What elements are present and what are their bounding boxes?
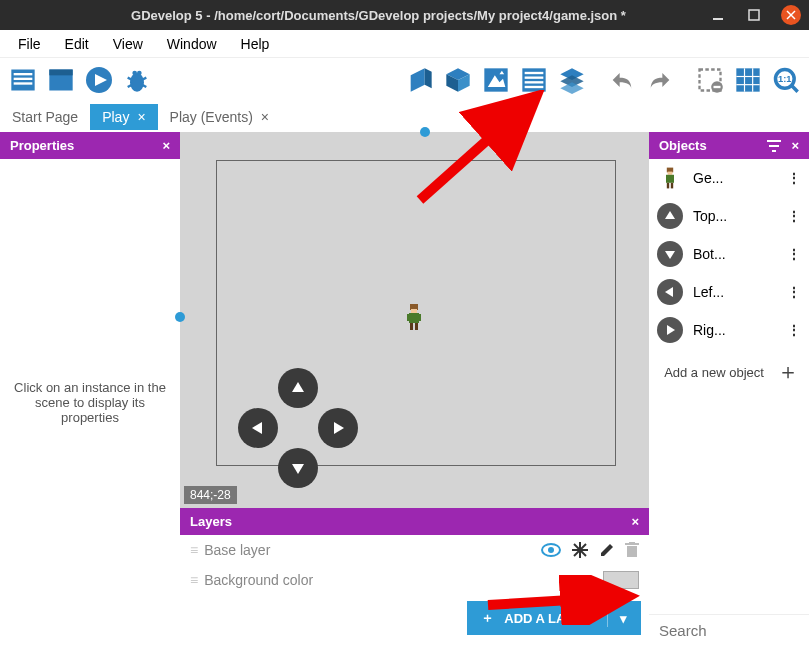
tab-start-page[interactable]: Start Page <box>0 104 90 130</box>
svg-rect-51 <box>415 323 418 330</box>
toggle-mask-button[interactable] <box>693 63 727 97</box>
kebab-icon[interactable]: ⋮ <box>787 208 801 224</box>
maximize-button[interactable] <box>745 6 763 24</box>
close-icon[interactable]: × <box>791 138 799 153</box>
tab-play[interactable]: Play × <box>90 104 157 130</box>
svg-marker-73 <box>665 211 675 219</box>
object-row[interactable]: Top... ⋮ <box>649 197 809 235</box>
drag-handle-icon[interactable]: ≡ <box>190 572 196 588</box>
open-properties-button[interactable] <box>403 63 437 97</box>
camera-handle[interactable] <box>420 127 430 137</box>
onscreen-dpad <box>238 368 358 488</box>
player-sprite[interactable] <box>402 302 426 332</box>
svg-marker-55 <box>334 422 344 434</box>
dpad-up-button[interactable] <box>278 368 318 408</box>
layer-label: Background color <box>204 572 313 588</box>
add-layer-button[interactable]: ＋ ADD A LAYER ▾ <box>467 601 641 635</box>
svg-rect-36 <box>714 86 721 88</box>
add-object-label: Add a new object <box>659 365 769 380</box>
close-icon[interactable]: × <box>137 109 145 125</box>
project-manager-button[interactable] <box>6 63 40 97</box>
open-instances-button[interactable] <box>517 63 551 97</box>
arrow-down-icon <box>657 241 683 267</box>
filter-icon[interactable] <box>767 140 781 152</box>
arrow-left-icon <box>657 279 683 305</box>
svg-rect-7 <box>14 82 33 84</box>
drag-handle-icon[interactable]: ≡ <box>190 542 196 558</box>
svg-line-43 <box>792 86 798 92</box>
properties-panel-header: Properties × <box>0 132 180 159</box>
layer-row[interactable]: ≡ Base layer <box>180 535 649 565</box>
svg-rect-28 <box>525 77 544 79</box>
minimize-button[interactable] <box>709 6 727 24</box>
objects-list: Ge... ⋮ Top... ⋮ Bot... ⋮ Lef... ⋮ Rig..… <box>649 159 809 614</box>
tab-play-events[interactable]: Play (Events) × <box>158 104 281 130</box>
dpad-right-button[interactable] <box>318 408 358 448</box>
object-thumbnail <box>657 165 683 191</box>
effects-icon[interactable] <box>571 541 589 559</box>
tab-label: Start Page <box>12 109 78 125</box>
window-titlebar: GDevelop 5 - /home/cort/Documents/GDevel… <box>0 0 809 30</box>
object-label: Bot... <box>693 246 777 262</box>
add-object-button[interactable]: Add a new object ＋ <box>649 349 809 395</box>
kebab-icon[interactable]: ⋮ <box>787 170 801 186</box>
redo-button[interactable] <box>643 63 677 97</box>
close-window-button[interactable] <box>781 5 801 25</box>
close-icon[interactable]: × <box>261 109 269 125</box>
chevron-down-icon[interactable]: ▾ <box>620 611 627 626</box>
object-label: Top... <box>693 208 777 224</box>
cursor-coordinates: 844;-28 <box>184 486 237 504</box>
svg-rect-37 <box>736 68 759 91</box>
svg-rect-49 <box>418 314 421 321</box>
bg-color-swatch[interactable] <box>603 571 639 589</box>
kebab-icon[interactable]: ⋮ <box>787 284 801 300</box>
scene-canvas[interactable]: 844;-28 <box>180 132 649 508</box>
dpad-down-button[interactable] <box>278 448 318 488</box>
arrow-up-icon <box>657 203 683 229</box>
menu-edit[interactable]: Edit <box>55 34 99 54</box>
open-objectgroups-button[interactable] <box>479 63 513 97</box>
properties-placeholder: Click on an instance in the scene to dis… <box>0 159 180 645</box>
layers-panel: Layers × ≡ Base layer ≡ Background co <box>180 508 649 645</box>
layer-row-bgcolor[interactable]: ≡ Background color <box>180 565 649 595</box>
open-objects-button[interactable] <box>441 63 475 97</box>
editor-tabs: Start Page Play × Play (Events) × <box>0 102 809 132</box>
svg-marker-74 <box>665 251 675 259</box>
object-row[interactable]: Lef... ⋮ <box>649 273 809 311</box>
svg-rect-9 <box>49 70 72 76</box>
menu-help[interactable]: Help <box>231 34 280 54</box>
svg-rect-64 <box>629 542 635 544</box>
object-label: Ge... <box>693 170 777 186</box>
kebab-icon[interactable]: ⋮ <box>787 322 801 338</box>
preview-button[interactable] <box>82 63 116 97</box>
object-row[interactable]: Rig... ⋮ <box>649 311 809 349</box>
search-input[interactable] <box>659 622 809 639</box>
menu-view[interactable]: View <box>103 34 153 54</box>
svg-marker-52 <box>292 382 304 392</box>
visibility-icon[interactable] <box>541 543 561 557</box>
undo-button[interactable] <box>605 63 639 97</box>
svg-rect-30 <box>525 86 544 88</box>
menu-file[interactable]: File <box>8 34 51 54</box>
svg-rect-62 <box>627 546 637 557</box>
menu-bar: File Edit View Window Help <box>0 30 809 58</box>
object-row[interactable]: Ge... ⋮ <box>649 159 809 197</box>
open-layers-button[interactable] <box>555 63 589 97</box>
main-toolbar: 1:1 <box>0 58 809 102</box>
export-button[interactable] <box>44 63 78 97</box>
object-row[interactable]: Bot... ⋮ <box>649 235 809 273</box>
toggle-grid-button[interactable] <box>731 63 765 97</box>
edit-icon[interactable] <box>599 542 615 558</box>
svg-rect-70 <box>666 175 674 183</box>
zoom-button[interactable]: 1:1 <box>769 63 803 97</box>
debug-button[interactable] <box>120 63 154 97</box>
dpad-left-button[interactable] <box>238 408 278 448</box>
close-icon[interactable]: × <box>162 138 170 153</box>
delete-icon[interactable] <box>625 542 639 558</box>
camera-handle[interactable] <box>175 312 185 322</box>
object-label: Lef... <box>693 284 777 300</box>
close-icon[interactable]: × <box>631 514 639 529</box>
svg-rect-66 <box>769 145 779 147</box>
kebab-icon[interactable]: ⋮ <box>787 246 801 262</box>
menu-window[interactable]: Window <box>157 34 227 54</box>
